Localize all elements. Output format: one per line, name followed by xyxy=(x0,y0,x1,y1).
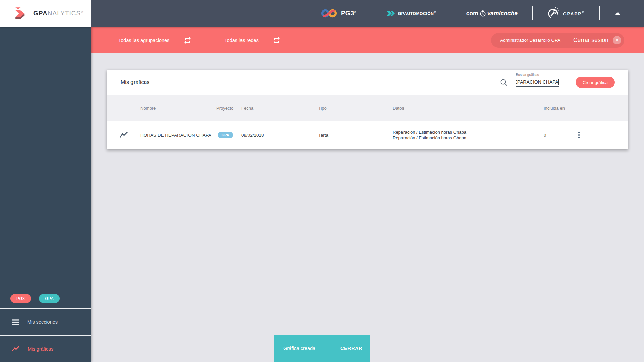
snackbar-message: Gráfica creada xyxy=(283,346,315,351)
compravamicoche-right-text: vamicoche xyxy=(487,10,518,17)
logout-icon: ✕ xyxy=(613,36,621,44)
line-chart-icon xyxy=(119,131,128,139)
logout-button[interactable]: Cerrar sesión ✕ xyxy=(573,36,621,44)
networks-switch-icon[interactable] xyxy=(273,36,281,44)
compravamicoche-left-text: com xyxy=(466,10,478,17)
column-header-tipo: Tipo xyxy=(318,106,393,111)
sidebar-item-mis-graficas[interactable]: Mis gráficas xyxy=(0,335,91,362)
column-header-nombre: Nombre xyxy=(140,106,216,111)
logo-bold-text: GPA xyxy=(33,10,48,17)
groups-switch-icon[interactable] xyxy=(183,36,192,44)
sidebar-item-mis-secciones[interactable]: Mis secciones xyxy=(0,308,91,335)
sidebar-bottom-nav: PG3 GPA Mis secciones Mis gráficas xyxy=(0,294,91,362)
row-type: Tarta xyxy=(318,133,393,138)
search-field-label: Buscar gráficas xyxy=(516,73,539,77)
logo-registered-mark: ® xyxy=(81,10,84,14)
sidebar-item-label: Mis secciones xyxy=(27,319,58,325)
snackbar-close-button[interactable]: CERRAR xyxy=(337,343,366,354)
topbar-divider xyxy=(451,6,451,20)
topbar-divider xyxy=(371,6,371,20)
gpanalytics-arrow-icon xyxy=(14,5,29,21)
gpapp-label: GPAPP® xyxy=(563,11,585,16)
gpapp-wrench-icon xyxy=(547,7,559,20)
pg3-badge[interactable]: PG3 xyxy=(10,294,31,303)
text-caret xyxy=(558,79,559,85)
collapse-menu-icon[interactable] xyxy=(615,12,621,15)
row-chart-type-icon xyxy=(107,131,140,139)
search-field: Buscar gráficas REPARACION CHAPA xyxy=(516,78,559,87)
snackbar: Gráfica creada CERRAR xyxy=(274,335,370,362)
gpautomocion-logo[interactable]: GPAUTOMOCIÓN® xyxy=(386,10,436,17)
logout-label: Cerrar sesión xyxy=(573,37,608,44)
row-actions xyxy=(576,130,628,140)
project-badge: GPA xyxy=(218,132,233,138)
row-date: 08/02/2018 xyxy=(241,133,318,138)
gpanalytics-wordmark: GPANALYTICS® xyxy=(33,10,84,17)
row-name: HORAS DE REPARACION CHAPA xyxy=(140,133,216,138)
panel-tools: Buscar gráficas REPARACION CHAPA Crear g… xyxy=(500,77,615,88)
compravamicoche-logo[interactable]: com vamicoche xyxy=(466,10,518,17)
topbar-divider xyxy=(532,6,533,20)
search-input[interactable]: REPARACION CHAPA xyxy=(516,78,559,87)
gpa-badge[interactable]: GPA xyxy=(39,294,59,303)
column-header-datos: Datos xyxy=(393,106,544,111)
gpanalytics-logo: GPANALYTICS® xyxy=(0,0,91,27)
gpapp-logo[interactable]: GPAPP® xyxy=(547,7,585,20)
stopwatch-icon xyxy=(479,10,486,17)
column-header-proyecto: Proyecto xyxy=(216,106,241,111)
line-chart-icon xyxy=(12,346,20,352)
charts-panel: Mis gráficas Buscar gráficas REPARACION … xyxy=(107,70,628,149)
row-project: GPA xyxy=(216,132,241,138)
table-header-row: Nombre Proyecto Fecha Tipo Datos Incluid… xyxy=(107,95,628,121)
row-included-in: 0 xyxy=(544,133,576,138)
panel-title: Mis gráficas xyxy=(121,79,149,85)
logo-light-text: NALYTICS xyxy=(48,10,81,17)
topbar-product-logos: PG3® GPAUTOMOCIÓN® com vamicoche xyxy=(321,0,621,27)
main-content: Mis gráficas Buscar gráficas REPARACION … xyxy=(91,53,644,362)
topbar: GPANALYTICS® PG3® GPAUTOMOCIÓN® com xyxy=(0,0,644,27)
gpautomocion-arrow-icon xyxy=(386,10,395,17)
sidebar-badges: PG3 GPA xyxy=(0,294,91,308)
sidebar-item-label: Mis gráficas xyxy=(28,346,53,352)
pg3-infinity-icon xyxy=(321,8,337,19)
pg3-logo[interactable]: PG3® xyxy=(321,8,356,19)
row-data: Reparación / Estimación horas Chapa Repa… xyxy=(393,129,544,141)
column-header-incluida-en: Incluida en xyxy=(544,106,576,111)
groups-filter[interactable]: Todas las agrupaciones xyxy=(118,38,169,43)
create-chart-button[interactable]: Crear gráfica xyxy=(576,77,615,88)
row-data-line: Reparación / Estimación horas Chapa xyxy=(393,135,466,140)
row-menu-kebab-icon[interactable] xyxy=(577,130,581,140)
panel-header: Mis gráficas Buscar gráficas REPARACION … xyxy=(107,70,628,95)
gpautomocion-label: GPAUTOMOCIÓN® xyxy=(398,11,436,16)
user-session-pill: Administrador Desarrollo GPA Cerrar sesi… xyxy=(491,33,624,48)
sidebar: PG3 GPA Mis secciones Mis gráficas xyxy=(0,27,91,362)
table-row[interactable]: HORAS DE REPARACION CHAPA GPA 08/02/2018… xyxy=(107,121,628,149)
list-icon xyxy=(12,319,19,325)
current-user-name: Administrador Desarrollo GPA xyxy=(500,38,560,43)
filter-bar: Todas las agrupaciones Todas las redes A… xyxy=(91,27,644,53)
row-data-line: Reparación / Estimación horas Chapa xyxy=(393,130,466,135)
networks-filter[interactable]: Todas las redes xyxy=(224,38,259,43)
pg3-label: PG3® xyxy=(341,10,356,17)
search-icon[interactable] xyxy=(500,78,508,87)
column-header-fecha: Fecha xyxy=(241,106,318,111)
topbar-divider xyxy=(599,6,600,20)
search-input-value: REPARACION CHAPA xyxy=(516,79,558,85)
